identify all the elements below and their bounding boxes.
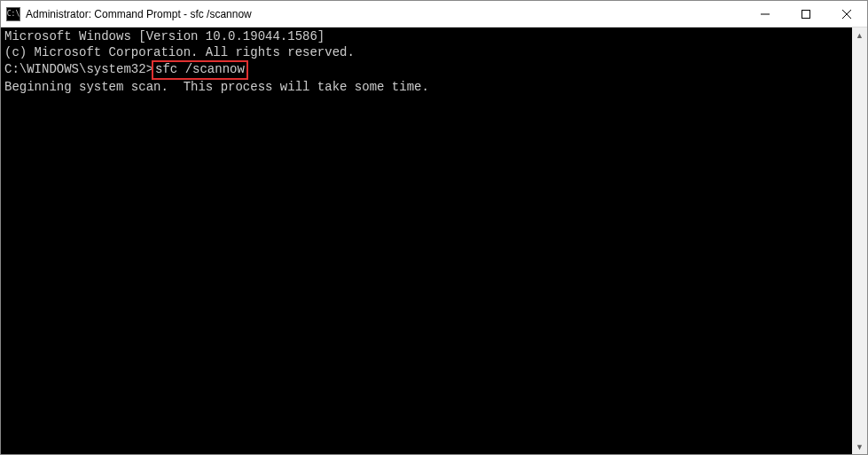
version-line: Microsoft Windows [Version 10.0.19044.15… [4,29,848,45]
close-button[interactable] [826,1,867,27]
command-highlight: sfc /scannow [152,60,248,80]
scroll-up-arrow-icon[interactable]: ▲ [852,27,867,43]
app-icon: C:\ [6,7,20,21]
status-line: Beginning system scan. This process will… [4,80,848,96]
window-title: Administrator: Command Prompt - sfc /sca… [26,8,745,20]
scrollbar-track[interactable] [852,43,867,439]
titlebar-controls [745,1,867,27]
close-icon [842,10,851,19]
minimize-icon [761,10,770,19]
prompt-text: C:\WINDOWS\system32> [4,62,153,76]
scroll-down-arrow-icon[interactable]: ▼ [852,439,867,454]
minimize-button[interactable] [745,1,786,27]
vertical-scrollbar[interactable]: ▲ ▼ [852,27,867,454]
svg-rect-1 [802,10,810,18]
maximize-icon [802,10,810,19]
copyright-line: (c) Microsoft Corporation. All rights re… [4,45,848,61]
terminal-output[interactable]: Microsoft Windows [Version 10.0.19044.15… [1,27,852,454]
command-prompt-window: C:\ Administrator: Command Prompt - sfc … [0,0,868,455]
titlebar[interactable]: C:\ Administrator: Command Prompt - sfc … [1,1,867,27]
command-line: C:\WINDOWS\system32>sfc /scannow [4,60,848,80]
maximize-button[interactable] [786,1,826,27]
terminal-wrapper: Microsoft Windows [Version 10.0.19044.15… [1,27,867,454]
